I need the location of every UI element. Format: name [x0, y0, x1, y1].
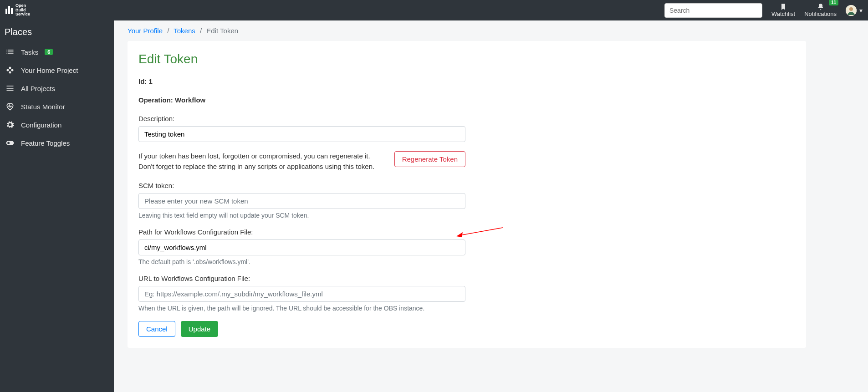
scm-label: SCM token: [138, 182, 795, 189]
bell-icon [817, 3, 824, 10]
sidebar-item-label: Tasks [21, 48, 38, 56]
toggle-icon [5, 138, 15, 148]
top-right: Watchlist 11 Notifications ▾ [664, 3, 863, 18]
logo-text: Open Build Service [15, 4, 30, 17]
url-help: When the URL is given, the path will be … [138, 305, 795, 312]
breadcrumb-tokens[interactable]: Tokens [174, 27, 195, 35]
description-group: Description: [138, 115, 795, 142]
sidebar-item-label: Configuration [21, 121, 61, 129]
sidebar-item-all-projects[interactable]: All Projects [0, 79, 114, 97]
home-icon [5, 66, 15, 75]
avatar [846, 5, 857, 16]
regenerate-row: If your token has been lost, forgotten o… [138, 151, 465, 172]
breadcrumb-current: Edit Token [206, 27, 238, 35]
sidebar-header: Places [0, 27, 114, 43]
url-input[interactable] [138, 286, 465, 302]
url-label: URL to Workflows Configuration File: [138, 275, 795, 282]
search-input[interactable] [664, 3, 762, 18]
watchlist-link[interactable]: Watchlist [771, 3, 795, 17]
notifications-badge: 11 [829, 0, 838, 5]
logo-icon [5, 6, 13, 14]
caret-down-icon: ▾ [859, 7, 863, 14]
breadcrumb-your-profile[interactable]: Your Profile [128, 27, 163, 35]
sidebar: Places Tasks 6 Your Home Project All Pro… [0, 20, 114, 392]
path-input[interactable] [138, 239, 465, 255]
cancel-button[interactable]: Cancel [138, 321, 175, 337]
notifications-link[interactable]: 11 Notifications [804, 3, 837, 17]
sidebar-item-label: Status Monitor [21, 103, 65, 111]
sidebar-item-status-monitor[interactable]: Status Monitor [0, 97, 114, 116]
sidebar-item-home-project[interactable]: Your Home Project [0, 61, 114, 79]
update-button[interactable]: Update [181, 321, 218, 337]
top-nav: Open Build Service Watchlist 11 Notifica… [0, 0, 868, 20]
sidebar-item-feature-toggles[interactable]: Feature Toggles [0, 134, 114, 152]
path-group: Path for Workflows Configuration File: T… [138, 228, 795, 265]
svg-point-3 [7, 142, 10, 144]
path-help: The default path is '.obs/workflows.yml'… [138, 258, 795, 265]
description-input[interactable] [138, 126, 465, 142]
sidebar-item-configuration[interactable]: Configuration [0, 116, 114, 134]
path-label: Path for Workflows Configuration File: [138, 228, 795, 236]
notifications-label: Notifications [804, 10, 837, 17]
breadcrumb: Your Profile / Tokens / Edit Token [128, 20, 854, 41]
edit-token-card: Edit Token Id: 1 Operation: Workflow Des… [128, 41, 806, 348]
tasks-icon [5, 47, 15, 56]
bookmark-icon [780, 3, 787, 10]
description-label: Description: [138, 115, 795, 122]
token-operation: Operation: Workflow [138, 96, 795, 104]
url-group: URL to Workflows Configuration File: Whe… [138, 275, 795, 312]
regenerate-button[interactable]: Regenerate Token [394, 151, 465, 167]
scm-input[interactable] [138, 193, 465, 209]
gear-icon [5, 120, 15, 129]
sidebar-item-label: Your Home Project [21, 66, 78, 74]
watchlist-label: Watchlist [771, 10, 795, 17]
form-actions: Cancel Update [138, 321, 795, 337]
regenerate-text: If your token has been lost, forgotten o… [138, 151, 385, 172]
sidebar-item-tasks[interactable]: Tasks 6 [0, 43, 114, 61]
svg-point-1 [849, 7, 853, 11]
page-title: Edit Token [138, 52, 795, 66]
logo[interactable]: Open Build Service [5, 4, 30, 17]
sidebar-item-label: Feature Toggles [21, 139, 70, 147]
list-icon [5, 84, 15, 93]
scm-help: Leaving this text field empty will not u… [138, 212, 795, 219]
sidebar-item-label: All Projects [21, 85, 55, 92]
tasks-badge: 6 [45, 49, 53, 55]
breadcrumb-sep: / [197, 27, 204, 35]
heartbeat-icon [5, 102, 15, 111]
scm-group: SCM token: Leaving this text field empty… [138, 182, 795, 219]
token-id: Id: 1 [138, 77, 795, 85]
breadcrumb-sep: / [164, 27, 172, 35]
main-content: Your Profile / Tokens / Edit Token Edit … [114, 20, 868, 392]
user-menu[interactable]: ▾ [846, 5, 863, 16]
